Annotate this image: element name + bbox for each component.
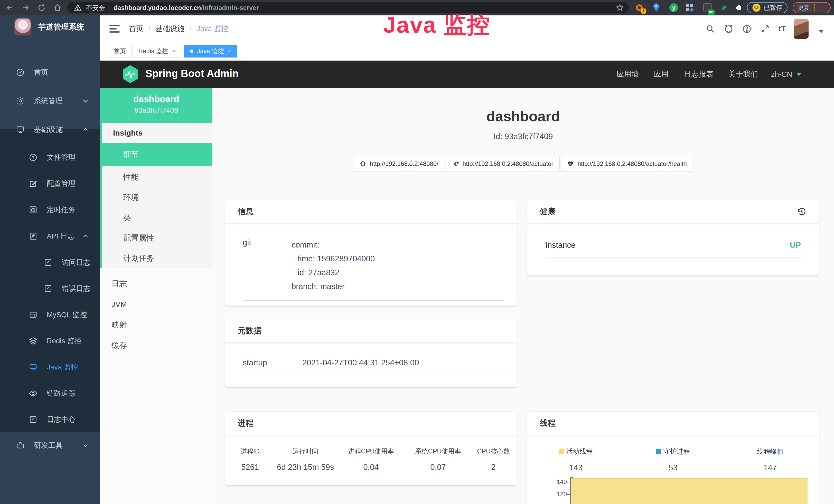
sidebar-item-access-log[interactable]: 访问日志: [0, 249, 100, 275]
bookmark-star-icon[interactable]: [615, 3, 625, 13]
service-url-chip[interactable]: http://192.168.0.2:48080/: [353, 157, 445, 171]
sidebar-item-dev-tools[interactable]: 研发工具: [0, 432, 100, 459]
github-icon[interactable]: [724, 24, 733, 33]
log-edit-icon: [44, 284, 52, 293]
reload-icon[interactable]: [37, 3, 47, 13]
heartbeat-icon: [567, 160, 574, 167]
collapse-menu-icon[interactable]: [109, 25, 120, 32]
extension-colorzilla-icon[interactable]: 1: [634, 3, 644, 13]
url-bar[interactable]: 不安全 dashboard.yudao.iocoder.cn/infra/adm…: [67, 2, 629, 13]
sba-item-mappings[interactable]: 映射: [100, 315, 213, 335]
tab-home[interactable]: 首页: [108, 45, 132, 58]
sidebar-item-error-log[interactable]: 错误日志: [0, 275, 100, 302]
page-subtitle: Id: 93a3fc7f7409: [213, 132, 834, 141]
process-card-title: 进程: [225, 412, 517, 435]
sba-instance-header[interactable]: dashboard 93a3fc7f7409: [100, 88, 213, 123]
tab-java-monitor[interactable]: Java 监控 ×: [184, 45, 237, 58]
help-icon[interactable]: [742, 24, 751, 33]
info-value: commit: time: 1596289704000 id: 27aa832 …: [291, 238, 504, 294]
sba-item-details[interactable]: 细节: [102, 143, 213, 167]
sba-brand-title[interactable]: Spring Boot Admin: [146, 68, 239, 79]
metadata-card: 元数据 startup 2021-04-27T00:44:31.254+08:0…: [225, 319, 517, 387]
back-icon[interactable]: [5, 3, 15, 13]
legend-peak-threads: 线程峰值 147: [722, 447, 819, 473]
monitor-icon: [16, 125, 25, 134]
sba-item-caches[interactable]: 缓存: [100, 335, 213, 356]
tags-view: 首页 Redis 监控 × Java 监控 ×: [100, 42, 834, 61]
health-url-chip[interactable]: http://192.168.0.2:48080/actuator/health: [561, 157, 693, 171]
sidebar-item-home[interactable]: 首页: [0, 59, 100, 86]
actuator-url-chip[interactable]: http://192.168.0.2:48080/actuator: [446, 157, 560, 171]
sba-item-classes[interactable]: 类: [102, 207, 213, 228]
breadcrumb-infra[interactable]: 基础设施: [156, 24, 184, 33]
sidebar-item-file-manage[interactable]: 文件管理: [0, 144, 100, 170]
sba-section-insights[interactable]: Insights: [102, 123, 213, 143]
fullscreen-icon[interactable]: [760, 24, 770, 33]
sba-nav-journal[interactable]: 日志报表: [684, 61, 714, 88]
close-icon[interactable]: ×: [227, 47, 231, 55]
history-icon[interactable]: [797, 207, 807, 216]
font-size-icon[interactable]: tT: [777, 24, 787, 33]
sidebar-item-config-manage[interactable]: 配置管理: [0, 170, 100, 197]
chevron-up-icon: [82, 233, 89, 239]
extension-on-icon[interactable]: on: [703, 3, 712, 13]
eye-icon: [29, 389, 38, 398]
wrench-icon: [452, 160, 459, 167]
forward-icon[interactable]: [21, 3, 31, 13]
user-menu-caret-icon[interactable]: [819, 30, 824, 33]
threads-legend: 活动线程 143 守护进程 53 线程峰值 147: [527, 447, 819, 473]
layers-icon: [29, 337, 38, 345]
sba-nav-applications[interactable]: 应用: [654, 61, 668, 88]
sba-item-config-props[interactable]: 配置属性: [102, 228, 213, 248]
col-uptime: 运行时间: [275, 447, 336, 456]
sba-nav-wallboard[interactable]: 应用墙: [616, 61, 639, 88]
annotation-java-monitor: Java 监控: [383, 10, 490, 40]
active-tab-dot: [190, 49, 193, 53]
sidebar-item-java-monitor[interactable]: Java 监控: [0, 354, 100, 380]
sba-item-jvm[interactable]: JVM: [100, 294, 213, 315]
val-cpu-cores: 2: [470, 463, 517, 472]
metadata-value: 2021-04-27T00:44:31.254+08:00: [302, 358, 419, 367]
health-card-title: 健康: [527, 200, 819, 224]
profile-paused-chip[interactable]: 已暂停: [747, 2, 788, 13]
sidebar-item-infra[interactable]: 基础设施: [0, 117, 100, 143]
legend-swatch-blue: [656, 449, 661, 454]
search-icon[interactable]: [705, 24, 715, 33]
user-avatar[interactable]: [794, 19, 809, 39]
sidebar-item-redis-monitor[interactable]: Redis 监控: [0, 328, 100, 354]
sba-item-environment[interactable]: 环境: [102, 187, 213, 207]
sba-language-select[interactable]: zh-CN: [771, 61, 802, 88]
sba-navbar: Spring Boot Admin 应用墙 应用 日志报表 关于我们 zh-CN: [100, 61, 834, 88]
home-icon[interactable]: [52, 3, 63, 13]
security-label: 不安全: [86, 4, 105, 12]
tab-redis-monitor[interactable]: Redis 监控 ×: [133, 45, 181, 58]
app-title: 芋道管理系统: [38, 22, 84, 32]
sba-nav-about[interactable]: 关于我们: [728, 61, 758, 88]
sidebar-item-log-center[interactable]: 日志中心: [0, 407, 100, 433]
app-logo[interactable]: 芋道管理系统: [14, 19, 84, 36]
extension-leaf-icon[interactable]: [719, 3, 729, 13]
sidebar-item-scheduled-task[interactable]: 定时任务: [0, 197, 100, 223]
sidebar-item-tracing[interactable]: 链路追踪: [0, 380, 100, 407]
sba-item-metrics[interactable]: 性能: [102, 167, 213, 187]
instance-id: 93a3fc7f7409: [100, 106, 213, 115]
info-git-row: git commit: time: 1596289704000 id: 27aa…: [243, 238, 504, 301]
sba-item-scheduled-tasks[interactable]: 计划任务: [102, 248, 213, 268]
extension-y-icon[interactable]: y: [669, 3, 679, 13]
metadata-startup-row: startup 2021-04-27T00:44:31.254+08:00: [243, 358, 508, 375]
status-badge: UP: [790, 240, 801, 250]
extension-pin-icon[interactable]: [651, 3, 661, 13]
col-cpu-cores: CPU核心数: [470, 447, 517, 456]
close-icon[interactable]: ×: [172, 47, 175, 55]
sidebar-item-mysql-monitor[interactable]: MySQL 监控: [0, 302, 100, 328]
sidebar-item-system[interactable]: 系统管理: [0, 88, 100, 114]
val-uptime: 6d 23h 15m 59s: [275, 463, 336, 472]
val-system-cpu: 0.07: [406, 463, 470, 472]
extension-grid-icon[interactable]: [685, 3, 695, 13]
breadcrumb-home[interactable]: 首页: [129, 24, 143, 33]
sba-item-logs[interactable]: 日志: [100, 273, 213, 294]
extensions-puzzle-icon[interactable]: [734, 3, 744, 13]
sidebar-item-api-log[interactable]: API 日志: [0, 223, 100, 249]
browser-update-chip[interactable]: 更新: [793, 2, 831, 13]
chevron-down-icon: [82, 97, 89, 104]
